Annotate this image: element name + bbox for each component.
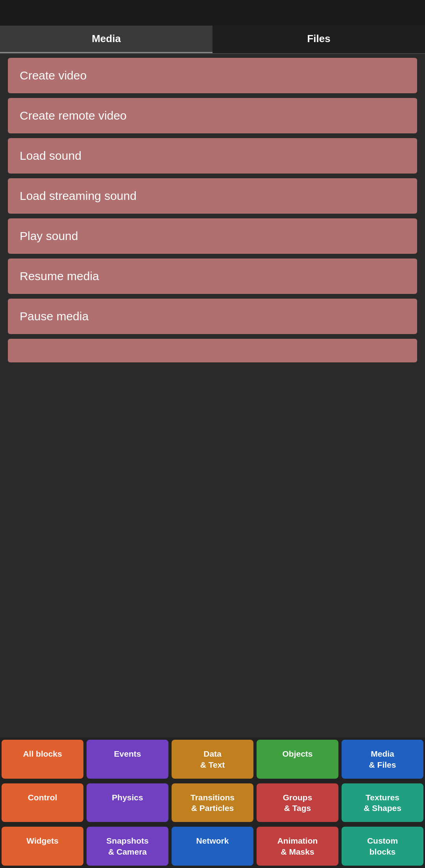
list-item-partial[interactable] bbox=[8, 339, 417, 362]
nav-row-2: Control Physics Transitions & Particles … bbox=[0, 781, 425, 825]
list-item-resume-media[interactable]: Resume media bbox=[8, 259, 417, 294]
nav-btn-physics[interactable]: Physics bbox=[87, 783, 168, 822]
item-list: Create video Create remote video Load so… bbox=[0, 54, 425, 366]
nav-btn-all-blocks[interactable]: All blocks bbox=[2, 740, 83, 779]
list-item-label: Play sound bbox=[20, 229, 78, 242]
list-item-label: Pause media bbox=[20, 310, 89, 323]
bottom-nav: All blocks Events Data & Text Objects Me… bbox=[0, 737, 425, 868]
nav-btn-media-files[interactable]: Media & Files bbox=[342, 740, 423, 779]
nav-btn-events[interactable]: Events bbox=[87, 740, 168, 779]
list-item-label: Load streaming sound bbox=[20, 189, 137, 202]
list-item-pause-media[interactable]: Pause media bbox=[8, 299, 417, 334]
list-item-label: Create remote video bbox=[20, 109, 127, 122]
nav-btn-animation-masks[interactable]: Animation & Masks bbox=[257, 827, 338, 866]
top-background bbox=[0, 0, 425, 26]
list-item-create-video[interactable]: Create video bbox=[8, 58, 417, 93]
list-item-load-streaming-sound[interactable]: Load streaming sound bbox=[8, 178, 417, 214]
nav-btn-objects[interactable]: Objects bbox=[257, 740, 338, 779]
tab-media[interactable]: Media bbox=[0, 26, 213, 53]
list-item-label: Create video bbox=[20, 69, 87, 82]
nav-btn-widgets[interactable]: Widgets bbox=[2, 827, 83, 866]
nav-btn-data-text[interactable]: Data & Text bbox=[172, 740, 253, 779]
list-item-load-sound[interactable]: Load sound bbox=[8, 138, 417, 174]
nav-btn-snapshots-camera[interactable]: Snapshots & Camera bbox=[87, 827, 168, 866]
nav-btn-custom-blocks[interactable]: Custom blocks bbox=[342, 827, 423, 866]
nav-row-1: All blocks Events Data & Text Objects Me… bbox=[0, 737, 425, 781]
list-item-label: Resume media bbox=[20, 270, 99, 283]
nav-row-3: Widgets Snapshots & Camera Network Anima… bbox=[0, 824, 425, 868]
tab-files[interactable]: Files bbox=[213, 26, 425, 53]
nav-btn-transitions-particles[interactable]: Transitions & Particles bbox=[172, 783, 253, 822]
nav-btn-groups-tags[interactable]: Groups & Tags bbox=[257, 783, 338, 822]
list-item-play-sound[interactable]: Play sound bbox=[8, 218, 417, 254]
nav-btn-control[interactable]: Control bbox=[2, 783, 83, 822]
list-item-label: Load sound bbox=[20, 149, 81, 162]
list-item-create-remote-video[interactable]: Create remote video bbox=[8, 98, 417, 133]
nav-btn-network[interactable]: Network bbox=[172, 827, 253, 866]
nav-btn-textures-shapes[interactable]: Textures & Shapes bbox=[342, 783, 423, 822]
tab-bar: Media Files bbox=[0, 26, 425, 54]
